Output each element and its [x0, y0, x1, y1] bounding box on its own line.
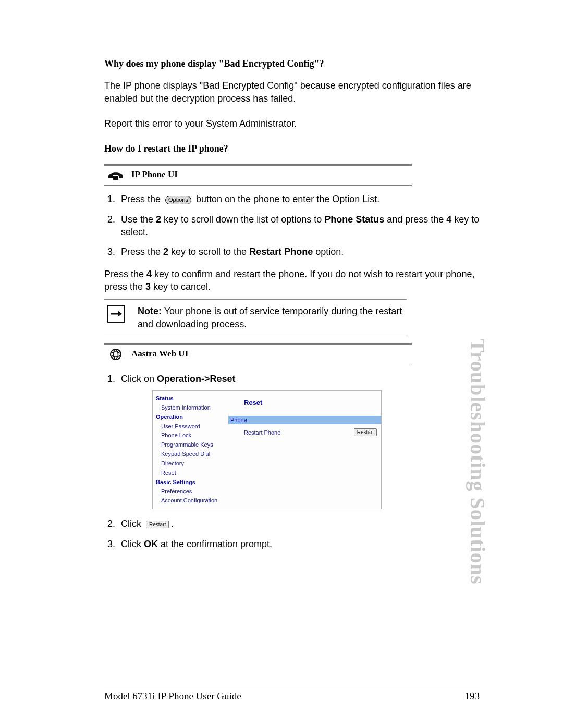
web-step1-a: Click on: [121, 374, 157, 384]
globe-icon: [105, 348, 126, 361]
note-label: Note:: [138, 306, 162, 316]
confirm-a: Press the: [104, 269, 146, 279]
aastra-web-ui-label: Aastra Web UI: [131, 348, 188, 360]
confirm-key1: 4: [146, 269, 152, 279]
web-step2-a: Click: [121, 519, 141, 529]
step2-b: key to scroll down the list of options t…: [161, 214, 324, 225]
footer-page-number: 193: [465, 690, 480, 702]
arrow-right-icon: [107, 305, 125, 323]
sidebar-status: Status: [156, 394, 225, 402]
web-steps: Click on Operation->Reset Status System …: [104, 373, 480, 550]
ip-phone-ui-block: IP Phone UI: [104, 164, 412, 186]
sidebar-pkeys: Programmable Keys: [161, 441, 225, 449]
web-step1: Click on Operation->Reset Status System …: [118, 373, 480, 509]
step2-key2: 4: [446, 214, 451, 225]
note-block: Note: Your phone is out of service tempo…: [104, 299, 407, 336]
web-step3-b: OK: [144, 539, 158, 549]
webui-restart-button[interactable]: Restart: [354, 428, 377, 436]
web-step3: Click OK at the confirmation prompt.: [118, 538, 480, 550]
webui-title: Reset: [244, 398, 377, 408]
step3-bold: Restart Phone: [249, 246, 313, 257]
inline-restart-button-icon: Restart: [146, 521, 169, 528]
webui-phone-bar: Phone: [228, 416, 381, 425]
section1-para2: Report this error to your System Adminis…: [104, 117, 480, 130]
sidebar-acct: Account Configuration: [161, 497, 225, 504]
web-step3-a: Click: [121, 539, 144, 549]
page-footer: Model 6731i IP Phone User Guide 193: [104, 685, 480, 702]
note-body: Your phone is out of service temporarily…: [138, 306, 402, 329]
webui-screenshot: Status System Information Operation User…: [152, 390, 382, 509]
options-button-icon: Options: [165, 196, 191, 204]
section2-title: How do I restart the IP phone?: [104, 142, 480, 155]
sidebar-ksd: Keypad Speed Dial: [161, 450, 225, 458]
sidebar-sysinfo: System Information: [161, 404, 225, 412]
webui-sidebar: Status System Information Operation User…: [153, 391, 228, 509]
web-step1-b: Operation->Reset: [157, 374, 236, 384]
sidebar-operation: Operation: [156, 413, 225, 421]
sidebar-reset: Reset: [161, 469, 225, 477]
confirm-key2: 3: [145, 281, 151, 292]
web-step3-c: at the confirmation prompt.: [158, 539, 272, 549]
webui-restart-phone-label: Restart Phone: [244, 429, 280, 437]
web-step2-b: .: [171, 519, 174, 529]
ip-phone-steps: Press the Options button on the phone to…: [104, 193, 480, 258]
step3: Press the 2 key to scroll to the Restart…: [118, 245, 480, 258]
step3-c: option.: [313, 246, 344, 257]
step3-key: 2: [163, 246, 168, 257]
step2: Use the 2 key to scroll down the list of…: [118, 213, 480, 239]
sidebar-prefs: Preferences: [161, 488, 225, 496]
svg-point-3: [111, 349, 121, 360]
step2-key1: 2: [156, 214, 161, 225]
step2-a: Use the: [121, 214, 156, 225]
svg-rect-0: [113, 176, 118, 180]
step2-bold: Phone Status: [324, 214, 384, 225]
step1: Press the Options button on the phone to…: [118, 193, 480, 205]
note-text: Note: Your phone is out of service tempo…: [138, 305, 407, 330]
sidebar-dir: Directory: [161, 460, 225, 467]
web-step2: Click Restart.: [118, 517, 480, 530]
sidebar-userpw: User Password: [161, 423, 225, 430]
phone-icon: [105, 169, 126, 181]
sidebar-plock: Phone Lock: [161, 431, 225, 439]
step1-text-a: Press the: [121, 194, 161, 204]
section1-para1: The IP phone displays "Bad Encrypted Con…: [104, 79, 480, 105]
sidebar-basic: Basic Settings: [156, 478, 225, 486]
confirm-para: Press the 4 key to confirm and restart t…: [104, 268, 480, 293]
vertical-section-title: Troubleshooting Solutions: [466, 339, 490, 584]
section1-title: Why does my phone display "Bad Encrypted…: [104, 57, 480, 70]
webui-main: Reset Phone Restart Phone Restart: [228, 391, 381, 509]
step2-c: and press the: [384, 214, 446, 225]
step1-text-b: button on the phone to enter the Option …: [196, 194, 380, 204]
step3-b: key to scroll to the: [168, 246, 249, 257]
ip-phone-ui-label: IP Phone UI: [131, 169, 178, 181]
svg-marker-2: [118, 311, 122, 317]
confirm-c: key to cancel.: [151, 281, 211, 292]
footer-left: Model 6731i IP Phone User Guide: [104, 690, 241, 702]
step3-a: Press the: [121, 246, 163, 257]
aastra-web-ui-block: Aastra Web UI: [104, 343, 412, 365]
